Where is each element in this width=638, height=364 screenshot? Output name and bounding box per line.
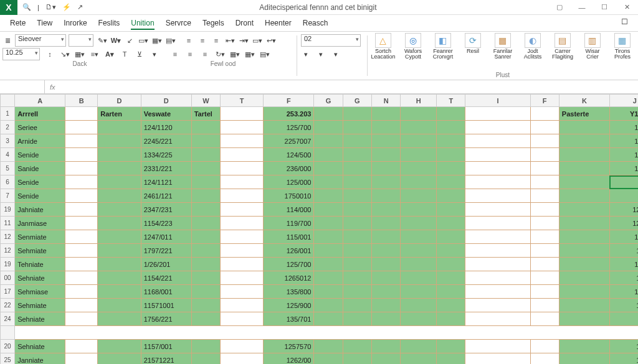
cell[interactable] [191, 175, 220, 189]
cell[interactable] [559, 258, 609, 271]
row-header[interactable]: 12 [1, 230, 15, 244]
cell[interactable]: 236/000 [264, 162, 314, 175]
col-header[interactable]: G [314, 95, 343, 107]
ribbon-cmd-wafors-cypott[interactable]: ◎Wafors Cypott [400, 33, 426, 60]
cell[interactable] [220, 217, 263, 230]
fontcolor-a-icon[interactable]: A▾ [105, 49, 115, 59]
cell[interactable] [437, 312, 465, 326]
cell[interactable] [314, 285, 343, 299]
cell[interactable] [65, 162, 98, 175]
cell[interactable] [371, 121, 400, 134]
cell[interactable] [530, 203, 559, 217]
menu-share-icon[interactable]: ☐ [621, 17, 628, 30]
dec0-icon[interactable]: ↕ [45, 49, 55, 59]
cell[interactable]: 1265012 [264, 271, 314, 285]
cell[interactable] [220, 312, 263, 326]
cell[interactable] [465, 217, 530, 230]
cell[interactable] [437, 340, 465, 353]
cell[interactable] [343, 121, 371, 134]
cell[interactable] [191, 244, 220, 258]
cell[interactable] [65, 271, 98, 285]
align-c-icon[interactable]: ≡ [198, 35, 207, 45]
cell[interactable] [437, 121, 465, 134]
row-header[interactable]: 7 [1, 189, 15, 203]
ribbon-cmd-wisar-crier[interactable]: ▥Wisar Crier [579, 33, 606, 60]
ribbon-cmd-carrer-flagiting[interactable]: ▤Carrer Flagiting [550, 33, 576, 60]
cell[interactable] [65, 312, 98, 326]
menu-tab-inrorke[interactable]: Inrorke [64, 17, 87, 30]
menu-tab-reasch[interactable]: Reasch [303, 17, 328, 30]
cell[interactable] [191, 121, 220, 134]
cell[interactable]: 253.203 [264, 107, 314, 121]
cell[interactable] [98, 340, 141, 353]
cell[interactable] [220, 340, 263, 353]
dec2-icon[interactable]: ▦▾ [75, 49, 85, 59]
cell[interactable] [559, 175, 609, 189]
row-header[interactable]: 17 [1, 285, 15, 299]
cell[interactable] [559, 148, 609, 162]
cell[interactable]: 12/700 [609, 244, 638, 258]
cell[interactable]: Sehniate [15, 271, 65, 285]
cell[interactable]: Arrrell [15, 107, 65, 121]
cell[interactable] [371, 353, 400, 365]
cell[interactable]: Sanide [15, 162, 65, 175]
cell[interactable] [559, 217, 609, 230]
cell[interactable] [401, 148, 437, 162]
cell[interactable] [437, 230, 465, 244]
cell[interactable]: 124/1121 [141, 175, 191, 189]
col-header[interactable]: F [530, 95, 559, 107]
ribbon-cmd-jodt-aclitsts[interactable]: ◐Jodt Aclitsts [520, 33, 546, 60]
cell[interactable] [401, 175, 437, 189]
cell[interactable] [65, 203, 98, 217]
cell[interactable] [437, 271, 465, 285]
valign-b-icon[interactable]: ≡ [200, 49, 210, 59]
cell[interactable]: 1157/001 [141, 340, 191, 353]
align-r-icon[interactable]: ≡ [211, 35, 221, 45]
cell[interactable] [98, 285, 141, 299]
cell[interactable] [343, 230, 371, 244]
cell[interactable] [343, 340, 371, 353]
row-header[interactable]: 19 [1, 258, 15, 271]
menu-tab-servrce[interactable]: Servrce [166, 17, 191, 30]
cell[interactable] [220, 271, 263, 285]
cell[interactable] [559, 162, 609, 175]
cell[interactable] [343, 189, 371, 203]
cell[interactable] [314, 148, 343, 162]
col-header[interactable]: K [559, 95, 609, 107]
cell[interactable] [465, 285, 530, 299]
ribbon-cmd-fanrilar-sanrer[interactable]: ▦Fanrilar Sanrer [490, 33, 516, 60]
cell[interactable]: 1334/225 [141, 148, 191, 162]
valign-t-icon[interactable]: ≡ [170, 49, 180, 59]
cell[interactable] [314, 203, 343, 217]
cell[interactable] [371, 340, 400, 353]
grid2-icon[interactable]: ▦▾ [245, 49, 255, 59]
cell[interactable] [609, 312, 638, 326]
cell[interactable]: 125/700 [264, 258, 314, 271]
cell[interactable] [465, 121, 530, 134]
cell[interactable]: 124/1120 [141, 121, 191, 134]
cell[interactable] [343, 217, 371, 230]
cell[interactable] [314, 353, 343, 365]
cell[interactable] [530, 121, 559, 134]
cell[interactable] [314, 258, 343, 271]
cell[interactable] [437, 203, 465, 217]
cell[interactable] [220, 175, 263, 189]
app-button[interactable]: X [0, 0, 17, 15]
cell[interactable] [65, 285, 98, 299]
cell[interactable] [343, 258, 371, 271]
cell[interactable]: Tehniate [15, 258, 65, 271]
merge-icon[interactable]: ▭▾ [252, 35, 262, 45]
cell[interactable] [437, 217, 465, 230]
cell[interactable]: 129700 [609, 230, 638, 244]
cell[interactable] [465, 162, 530, 175]
cell[interactable] [191, 230, 220, 244]
row-header[interactable]: 22 [1, 299, 15, 312]
cell[interactable] [465, 353, 530, 365]
currency-icon[interactable]: ▾ [301, 49, 311, 59]
cell[interactable]: 12/400 [609, 299, 638, 312]
cell[interactable] [401, 285, 437, 299]
cell[interactable]: 2331/221 [141, 162, 191, 175]
cell[interactable] [98, 148, 141, 162]
cell[interactable] [191, 353, 220, 365]
col-header[interactable]: T [220, 95, 263, 107]
